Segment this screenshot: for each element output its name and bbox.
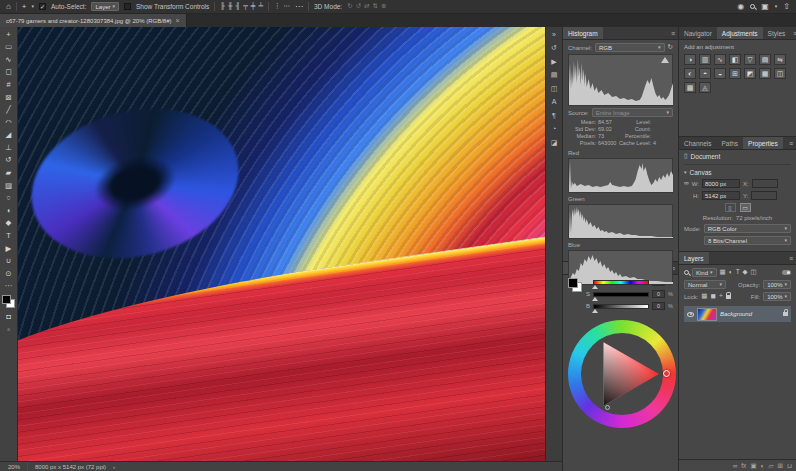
panel-menu-icon[interactable]: ≡ [790,27,796,39]
portrait-orientation-button[interactable]: ▯ [725,203,736,212]
search-icon[interactable] [750,4,755,9]
fill-field[interactable]: 100% ▾ [763,292,791,301]
collapse-panels-icon[interactable]: » [548,29,561,39]
channel-mixer-icon[interactable]: ◒ [714,68,726,79]
quick-mask-button[interactable]: ◘ [1,310,17,323]
history-icon[interactable]: ↺ [548,43,561,53]
auto-select-checkbox[interactable]: ✓ [39,3,46,10]
align-right-icon[interactable]: ╢ [236,3,241,10]
uncached-refresh-icon[interactable]: ↻ [668,44,673,51]
3d-orbit-icon[interactable]: ↻ [347,3,352,10]
rectangular-marquee-tool[interactable]: ▭ [1,41,17,54]
bit-depth-dropdown[interactable]: 8 Bits/Channel ▾ [704,236,791,245]
saturation-value-field[interactable]: 0 [652,290,665,298]
channel-dropdown[interactable]: RGB ▾ [595,43,665,52]
zoom-level[interactable]: 20% [8,464,20,470]
color-mode-dropdown[interactable]: RGB Color ▾ [704,224,791,233]
document-tab[interactable]: c67-79 gamers and creator-1280307384.jpg… [0,14,187,27]
link-layers-icon[interactable]: ∞ [733,462,738,469]
3d-roll-icon[interactable]: ↺ [356,3,361,10]
link-dimensions-icon[interactable]: ∞ [684,180,689,187]
foreground-color-swatch[interactable] [2,295,11,304]
frame-tool[interactable]: ⊠ [1,91,17,104]
levels-icon[interactable]: ▥ [699,54,711,65]
landscape-orientation-button[interactable]: ▭ [740,203,751,212]
actions-icon[interactable]: ▶ [548,56,561,66]
foreground-color-swatch[interactable] [568,278,578,288]
tab-layers[interactable]: Layers [679,252,709,264]
3d-pan-icon[interactable]: ⇄ [364,3,369,10]
brightness-contrast-icon[interactable]: ◑ [684,54,696,65]
x-field[interactable] [752,179,778,188]
invert-icon[interactable]: ◩ [744,68,756,79]
width-field[interactable]: 8000 px [702,179,740,188]
brightness-slider[interactable] [593,304,649,309]
posterize-icon[interactable]: ▦ [759,68,771,79]
panel-menu-icon[interactable]: ≡ [786,252,796,264]
new-layer-icon[interactable]: ⊞ [777,462,782,470]
brightness-value-field[interactable]: 0 [652,302,665,310]
screen-mode-button[interactable]: ▫ [1,323,17,336]
distribute-vertical-icon[interactable]: ⋮ [274,3,281,10]
chevron-down-icon[interactable]: ▾ [684,170,687,175]
blend-mode-dropdown[interactable]: Normal ▾ [684,280,726,289]
clone-source-icon[interactable]: ◫ [548,83,561,93]
align-top-icon[interactable]: ╤ [243,3,248,10]
distribute-horizontal-icon[interactable]: ⋯ [283,3,290,10]
eraser-tool[interactable]: ▰ [1,167,17,180]
saturation-slider[interactable] [593,292,649,297]
filter-smart-objects-icon[interactable]: ◫ [751,269,757,276]
gradient-map-icon[interactable]: ▩ [684,82,696,93]
lock-pixels-icon[interactable]: ◼ [711,293,716,300]
tab-properties[interactable]: Properties [743,137,783,149]
filter-pixel-layers-icon[interactable]: ▦ [720,269,726,276]
layer-visibility-icon[interactable] [687,312,694,317]
lock-position-icon[interactable]: + [719,293,723,300]
height-field[interactable]: 5142 px [702,191,740,200]
align-left-icon[interactable]: ╟ [220,3,225,10]
filter-type-layers-icon[interactable]: T [736,269,740,276]
tab-channels[interactable]: Channels [679,137,716,149]
new-adjustment-layer-icon[interactable]: ◐ [761,462,765,469]
add-mask-icon[interactable]: ▣ [750,462,756,470]
hand-tool[interactable]: ∪ [1,255,17,268]
status-chevron-icon[interactable]: › [113,464,115,470]
lock-transparency-icon[interactable]: ▦ [701,293,707,300]
character-icon[interactable]: A [548,97,561,107]
y-field[interactable] [751,191,777,200]
opacity-field[interactable]: 100% ▾ [763,280,791,289]
canvas-image[interactable] [18,27,545,461]
exposure-icon[interactable]: ◧ [729,54,741,65]
filter-kind-dropdown[interactable]: Kind ▾ [692,268,717,277]
home-icon[interactable]: ⌂ [6,3,11,11]
auto-select-target-dropdown[interactable]: Layer ▾ [91,2,119,11]
eyedropper-tool[interactable]: ╱ [1,104,17,117]
chevron-down-icon[interactable]: ▾ [32,4,35,9]
tab-histogram[interactable]: Histogram [563,27,603,39]
timeline-icon[interactable]: ◔ [548,124,561,134]
filter-adjustment-layers-icon[interactable]: ◐ [729,269,733,276]
crop-tool[interactable]: # [1,78,17,91]
layer-effects-icon[interactable]: fx [741,462,746,469]
hue-selector-knob[interactable] [663,370,670,377]
spot-healing-brush-tool[interactable]: ◠ [1,116,17,129]
layer-thumbnail[interactable] [697,308,717,321]
hue-slider[interactable] [593,280,649,285]
delete-layer-icon[interactable]: ⊔ [787,462,792,470]
selective-color-icon[interactable]: ◬ [699,82,711,93]
zoom-tool[interactable]: ⊙ [1,267,17,280]
paragraph-icon[interactable]: ¶ [548,110,561,120]
dodge-tool[interactable]: ◖ [1,204,17,217]
share-icon[interactable]: ⇧ [783,3,790,11]
path-selection-tool[interactable]: ▶ [1,242,17,255]
brush-settings-icon[interactable]: ▤ [548,70,561,80]
cached-data-warning-icon[interactable] [661,57,669,63]
color-wheel[interactable] [568,320,676,428]
panel-menu-icon[interactable]: ≡ [786,137,796,149]
notes-icon[interactable]: ◪ [548,137,561,147]
vibrance-icon[interactable]: ▽ [744,54,756,65]
align-middle-icon[interactable]: ╪ [251,3,256,10]
type-tool[interactable]: T [1,230,17,243]
align-bottom-icon[interactable]: ╧ [258,3,263,10]
gradient-tool[interactable]: ▨ [1,179,17,192]
